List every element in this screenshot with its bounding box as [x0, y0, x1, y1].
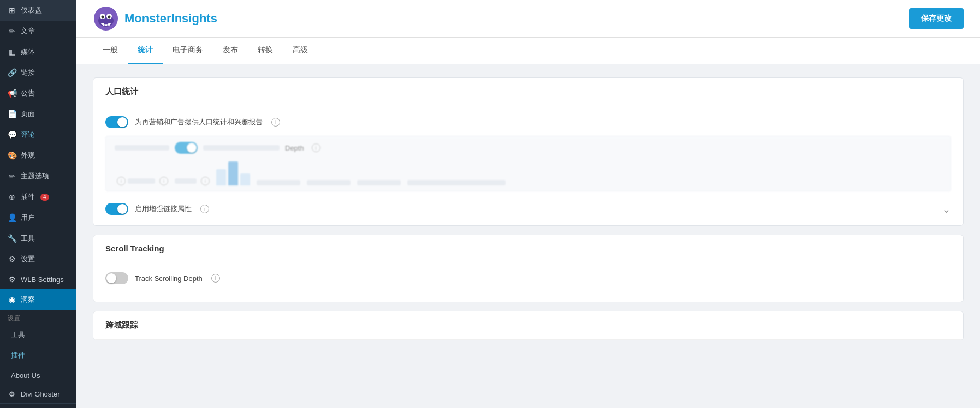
articles-icon: ✏: [8, 27, 16, 35]
sidebar-item-tools[interactable]: 🔧 工具: [0, 228, 76, 249]
theme-options-icon: ✏: [8, 172, 16, 181]
sidebar-item-dashboard[interactable]: ⊞ 仪表盘: [0, 0, 76, 21]
svg-rect-6: [103, 23, 104, 26]
depth-track: [175, 142, 198, 154]
cross-domain-card: 跨域跟踪: [93, 311, 964, 340]
sidebar-item-plugins[interactable]: ⊕ 插件 4: [0, 187, 76, 207]
content-area: 人口统计 为再营销和广告提供人口统计和兴趣报告 i: [76, 64, 980, 353]
demographics-toggle-row: 为再营销和广告提供人口统计和兴趣报告 i: [105, 116, 951, 128]
plugins-icon: ⊕: [8, 193, 16, 201]
announcements-icon: 📢: [8, 89, 16, 98]
settings-icon: ⚙: [8, 255, 16, 263]
svg-rect-8: [108, 23, 110, 26]
svg-rect-7: [105, 24, 107, 26]
scroll-depth-thumb: [106, 273, 116, 283]
chevron-down-icon[interactable]: ⌄: [942, 202, 951, 215]
sidebar-about-us[interactable]: About Us: [0, 366, 76, 385]
depth-preview: Depth i i i i: [105, 136, 951, 191]
scroll-tracking-card: Scroll Tracking Track Scrolling Depth i: [93, 235, 964, 302]
divi-ghoster-icon: ⚙: [8, 390, 16, 398]
header: MonsterInsights 保存更改: [76, 0, 980, 38]
sidebar-item-settings[interactable]: ⚙ 设置: [0, 249, 76, 269]
sidebar-collapse[interactable]: ◂ 收起菜单: [0, 403, 76, 408]
demographics-body: 为再营销和广告提供人口统计和兴趣报告 i Depth i: [93, 106, 963, 225]
cross-domain-title: 跨域跟踪: [93, 311, 963, 340]
wlb-icon: ⚙: [8, 275, 16, 284]
links-icon: 🔗: [8, 68, 16, 77]
tab-advanced[interactable]: 高级: [283, 38, 318, 64]
sidebar-item-pages[interactable]: 📄 页面: [0, 104, 76, 124]
demographics-card: 人口统计 为再营销和广告提供人口统计和兴趣报告 i: [93, 77, 964, 226]
chart-info-3: i: [201, 177, 210, 185]
tab-general[interactable]: 一般: [93, 38, 128, 64]
enhanced-link-thumb: [117, 204, 127, 214]
plugins-badge: 4: [40, 194, 49, 201]
sidebar-item-theme-options[interactable]: ✏ 主题选项: [0, 166, 76, 187]
demographics-track: [105, 116, 128, 128]
pages-icon: 📄: [8, 110, 16, 118]
insights-icon: ◉: [8, 295, 16, 304]
tab-ecommerce[interactable]: 电子商务: [163, 38, 213, 64]
depth-toggle-preview: [175, 142, 198, 154]
depth-label: Depth: [285, 144, 304, 152]
demographics-toggle-label: 为再营销和广告提供人口统计和兴趣报告: [135, 117, 263, 127]
logo-area: MonsterInsights: [93, 5, 217, 32]
scroll-depth-toggle[interactable]: [105, 272, 128, 284]
tab-statistics[interactable]: 统计: [128, 38, 163, 64]
sidebar-divi-ghoster[interactable]: ⚙ Divi Ghoster: [0, 385, 76, 403]
chart-info-1: i: [117, 177, 126, 185]
main-content: MonsterInsights 保存更改 一般 统计 电子商务 发布 转换 高级…: [76, 0, 980, 408]
media-icon: ▦: [8, 47, 16, 56]
enhanced-link-info-icon[interactable]: i: [200, 205, 209, 213]
logo-monster-icon: [93, 5, 119, 32]
demographics-info-icon[interactable]: i: [271, 118, 280, 127]
sidebar-item-announcements[interactable]: 📢 公告: [0, 83, 76, 104]
depth-thumb: [187, 143, 197, 153]
sidebar-item-appearance[interactable]: 🎨 外观: [0, 145, 76, 166]
enhanced-link-toggle[interactable]: [105, 203, 128, 215]
demographics-toggle[interactable]: [105, 116, 128, 128]
dashboard-icon: ⊞: [8, 6, 16, 15]
sidebar-sub-tools[interactable]: 工具: [0, 325, 76, 345]
settings-section-label: 设置: [0, 310, 76, 325]
tab-conversion[interactable]: 转换: [248, 38, 283, 64]
svg-point-5: [108, 16, 111, 19]
sidebar-sub-plugins[interactable]: 插件: [0, 345, 76, 366]
chart-info-2: i: [159, 177, 168, 185]
scroll-depth-info-icon[interactable]: i: [211, 274, 220, 283]
scroll-tracking-title: Scroll Tracking: [93, 235, 963, 262]
tools-icon: 🔧: [8, 234, 16, 243]
scroll-depth-label: Track Scrolling Depth: [135, 274, 203, 283]
sidebar-item-media[interactable]: ▦ 媒体: [0, 41, 76, 62]
scroll-tracking-body: Track Scrolling Depth i: [93, 262, 963, 302]
sidebar-item-links[interactable]: 🔗 链接: [0, 62, 76, 83]
tabs-bar: 一般 统计 电子商务 发布 转换 高级: [76, 38, 980, 64]
enhanced-link-label: 启用增强链接属性: [135, 204, 192, 214]
users-icon: 👤: [8, 213, 16, 222]
demographics-title: 人口统计: [93, 78, 963, 106]
sidebar-item-users[interactable]: 👤 用户: [0, 207, 76, 228]
sidebar-bottom: ⚙ Divi Ghoster ◂ 收起菜单: [0, 385, 76, 408]
enhanced-link-toggle-row: 启用增强链接属性 i: [105, 203, 209, 215]
scroll-depth-toggle-row: Track Scrolling Depth i: [105, 272, 951, 284]
comments-icon: 💬: [8, 130, 16, 139]
save-button[interactable]: 保存更改: [909, 8, 964, 29]
scroll-depth-track: [105, 272, 128, 284]
sidebar-item-comments[interactable]: 💬 评论: [0, 124, 76, 145]
depth-info-icon: i: [312, 143, 320, 152]
appearance-icon: 🎨: [8, 151, 16, 160]
sidebar-item-articles[interactable]: ✏ 文章: [0, 21, 76, 41]
logo-text: MonsterInsights: [124, 11, 217, 26]
tab-publish[interactable]: 发布: [213, 38, 248, 64]
enhanced-link-track: [105, 203, 128, 215]
demographics-thumb: [117, 117, 127, 127]
svg-point-4: [102, 16, 104, 19]
sidebar-item-insights[interactable]: ◉ 洞察: [0, 289, 76, 310]
enhanced-link-row: 启用增强链接属性 i ⌄: [105, 197, 951, 215]
sidebar: ⊞ 仪表盘 ✏ 文章 ▦ 媒体 🔗 链接 📢 公告 📄 页面 💬 评论 🎨 外观…: [0, 0, 76, 408]
mini-bar-chart: [216, 161, 250, 185]
sidebar-item-wlb-settings[interactable]: ⚙ WLB Settings: [0, 269, 76, 289]
